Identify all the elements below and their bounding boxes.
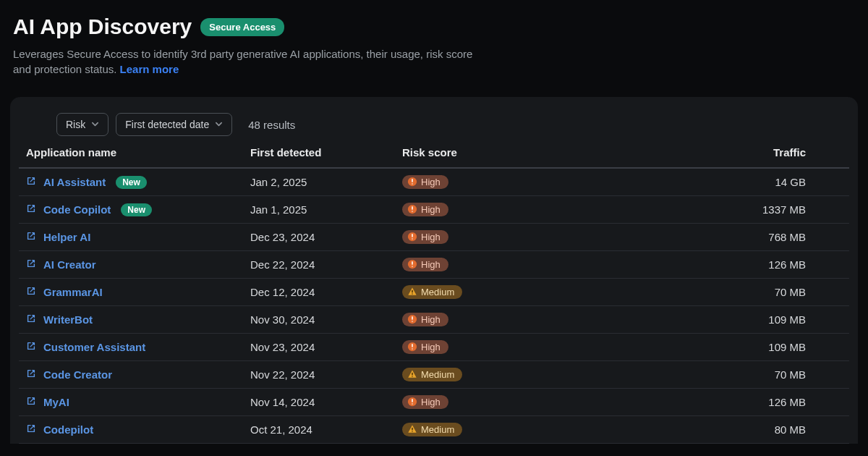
risk-cell: High — [402, 175, 663, 190]
application-link[interactable]: Codepilot — [43, 423, 93, 436]
risk-medium-badge: Medium — [402, 368, 462, 381]
external-link-icon[interactable] — [26, 423, 36, 436]
application-link[interactable]: GrammarAI — [43, 286, 103, 298]
risk-label: High — [421, 259, 441, 270]
external-link-icon[interactable] — [26, 313, 36, 326]
controls-row: Risk First detected date 48 results — [10, 113, 858, 146]
risk-medium-badge: Medium — [402, 423, 462, 436]
alert-circle-icon — [407, 342, 417, 352]
first-detected-cell: Jan 2, 2025 — [250, 176, 402, 188]
svg-rect-10 — [412, 261, 413, 265]
risk-high-badge: High — [402, 230, 448, 244]
traffic-cell: 70 MB — [663, 368, 829, 381]
alert-triangle-icon — [407, 287, 417, 297]
svg-rect-19 — [412, 348, 413, 350]
page-header: AI App Discovery Secure Access Leverages… — [0, 0, 868, 83]
risk-label: High — [421, 232, 441, 242]
svg-rect-25 — [412, 428, 412, 431]
external-link-icon[interactable] — [26, 258, 36, 271]
risk-cell: High — [402, 313, 663, 327]
detected-filter-label: First detected date — [125, 119, 209, 130]
external-link-icon[interactable] — [26, 368, 36, 381]
risk-label: High — [421, 397, 441, 408]
svg-rect-11 — [412, 266, 413, 267]
application-cell: Helper AI — [26, 231, 250, 243]
traffic-cell: 109 MB — [663, 341, 829, 353]
first-detected-cell: Nov 23, 2024 — [250, 341, 402, 353]
application-cell: Code CopilotNew — [26, 203, 250, 216]
th-traffic: Traffic — [663, 146, 829, 159]
first-detected-cell: Nov 14, 2024 — [250, 396, 402, 408]
application-link[interactable]: AI Assistant — [43, 176, 106, 188]
traffic-cell: 126 MB — [663, 258, 829, 271]
risk-cell: High — [402, 230, 663, 245]
external-link-icon[interactable] — [26, 203, 36, 216]
application-link[interactable]: Helper AI — [43, 231, 90, 243]
application-cell: WriterBot — [26, 313, 250, 326]
risk-cell: Medium — [402, 285, 663, 300]
alert-circle-icon — [407, 177, 417, 187]
traffic-cell: 70 MB — [663, 286, 829, 298]
table-body: AI AssistantNewJan 2, 2025High14 GBCode … — [19, 169, 849, 444]
learn-more-link[interactable]: Learn more — [120, 63, 179, 75]
first-detected-cell: Jan 1, 2025 — [250, 203, 402, 216]
traffic-cell: 126 MB — [663, 396, 829, 408]
traffic-cell: 80 MB — [663, 423, 829, 436]
external-link-icon[interactable] — [26, 176, 36, 188]
application-link[interactable]: MyAI — [43, 396, 69, 408]
svg-rect-24 — [412, 403, 413, 405]
traffic-cell: 14 GB — [663, 176, 829, 188]
application-link[interactable]: WriterBot — [43, 313, 93, 326]
new-badge: New — [121, 203, 152, 216]
risk-filter-dropdown[interactable]: Risk — [56, 113, 109, 136]
alert-circle-icon — [407, 259, 417, 270]
table-row: Customer AssistantNov 23, 2024High109 MB — [19, 334, 849, 361]
first-detected-cell: Oct 21, 2024 — [250, 423, 402, 436]
risk-cell: High — [402, 203, 663, 217]
alert-triangle-icon — [407, 424, 417, 435]
application-cell: MyAI — [26, 396, 250, 408]
application-link[interactable]: Code Copilot — [43, 203, 111, 216]
risk-medium-badge: Medium — [402, 285, 462, 299]
alert-circle-icon — [407, 204, 417, 215]
subtitle-text: Leverages Secure Access to identify 3rd … — [13, 48, 472, 75]
svg-rect-13 — [412, 294, 412, 295]
alert-circle-icon — [407, 397, 417, 408]
risk-cell: Medium — [402, 368, 663, 382]
table-row: Code CopilotNewJan 1, 2025High1337 MB — [19, 196, 849, 224]
risk-cell: Medium — [402, 423, 663, 437]
svg-rect-5 — [412, 211, 413, 212]
svg-rect-15 — [412, 316, 413, 320]
application-link[interactable]: Code Creator — [43, 368, 112, 381]
svg-rect-21 — [412, 376, 412, 377]
external-link-icon[interactable] — [26, 231, 36, 243]
external-link-icon[interactable] — [26, 286, 36, 298]
new-badge: New — [116, 176, 147, 189]
table-row: GrammarAIDec 12, 2024Medium70 MB — [19, 279, 849, 306]
risk-high-badge: High — [402, 258, 448, 271]
risk-label: High — [421, 342, 441, 352]
table-row: MyAINov 14, 2024High126 MB — [19, 389, 849, 416]
risk-label: Medium — [421, 369, 454, 380]
risk-cell: High — [402, 395, 663, 410]
first-detected-cell: Dec 12, 2024 — [250, 286, 402, 298]
external-link-icon[interactable] — [26, 396, 36, 408]
risk-label: High — [421, 177, 441, 187]
external-link-icon[interactable] — [26, 341, 36, 353]
discovery-card: Risk First detected date 48 results Appl… — [10, 97, 858, 444]
svg-rect-4 — [412, 206, 413, 210]
application-cell: Code Creator — [26, 368, 250, 381]
svg-rect-18 — [412, 344, 413, 347]
detected-filter-dropdown[interactable]: First detected date — [116, 113, 232, 136]
risk-label: Medium — [421, 287, 454, 297]
risk-high-badge: High — [402, 175, 448, 189]
risk-filter-label: Risk — [66, 119, 85, 130]
chevron-down-icon — [215, 119, 223, 130]
table-row: Helper AIDec 23, 2024High768 MB — [19, 224, 849, 251]
table-row: AI CreatorDec 22, 2024High126 MB — [19, 251, 849, 279]
application-link[interactable]: AI Creator — [43, 258, 96, 271]
svg-rect-1 — [412, 179, 413, 182]
alert-circle-icon — [407, 232, 417, 242]
first-detected-cell: Dec 23, 2024 — [250, 231, 402, 243]
application-link[interactable]: Customer Assistant — [43, 341, 145, 353]
